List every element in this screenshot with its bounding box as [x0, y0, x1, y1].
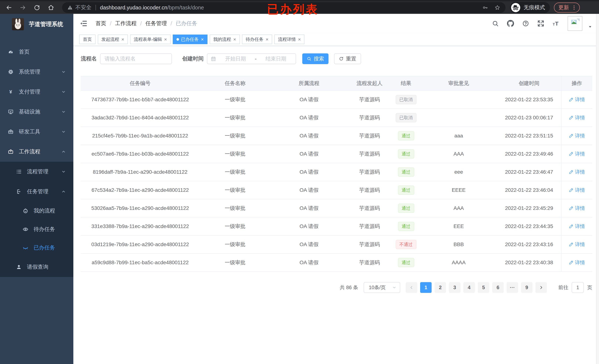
close-icon[interactable]: × — [233, 37, 236, 42]
tab-5[interactable]: 待办任务× — [242, 35, 272, 44]
back-icon[interactable] — [6, 4, 12, 11]
close-icon[interactable]: × — [201, 37, 204, 42]
close-icon[interactable]: × — [121, 37, 124, 42]
sidebar-item-label: 流程管理 — [27, 168, 48, 175]
cell: 一级审批 — [200, 199, 271, 217]
breadcrumb-item: 已办任务 — [176, 20, 197, 27]
tab-3[interactable]: 已办任务× — [173, 35, 207, 44]
cell: OA 请假 — [271, 236, 347, 253]
cell: 芋道源码 — [347, 127, 392, 145]
github-icon[interactable] — [507, 20, 514, 27]
tab-6[interactable]: 流程详情× — [274, 35, 305, 44]
cell: OA 请假 — [271, 109, 347, 127]
breadcrumb-item[interactable]: 首页 — [96, 20, 106, 27]
reload-icon[interactable] — [34, 4, 40, 11]
sidebar-collapse-icon[interactable] — [80, 20, 87, 27]
detail-link[interactable]: 详情 — [569, 241, 585, 248]
prev-page-button[interactable] — [406, 282, 417, 293]
page-button-1[interactable]: 1 — [420, 282, 432, 293]
cell: BBB — [420, 236, 497, 253]
sidebar-item-0[interactable]: 首页 — [0, 42, 73, 62]
cell: 一级审批 — [200, 236, 271, 253]
caret-down-icon[interactable] — [588, 25, 592, 29]
page-button-2[interactable]: 2 — [435, 282, 446, 293]
page-scrollbar[interactable] — [596, 14, 599, 364]
sidebar-item-7[interactable]: 任务管理 — [0, 182, 73, 202]
fullscreen-icon[interactable] — [537, 20, 544, 27]
warning-icon — [67, 5, 73, 10]
sidebar-item-label: 我的流程 — [34, 207, 55, 214]
result-tag: 通过 — [398, 149, 414, 159]
key-icon[interactable] — [482, 5, 488, 10]
date-range-picker[interactable]: 开始日期 - 结束日期 — [207, 53, 296, 64]
cell: OA 请假 — [271, 199, 347, 217]
sidebar-item-1[interactable]: 系统管理 — [0, 62, 73, 82]
breadcrumb-separator: / — [171, 20, 172, 27]
home-icon[interactable] — [48, 4, 54, 11]
url-path: /bpm/task/done — [167, 5, 204, 11]
detail-link[interactable]: 详情 — [569, 151, 585, 157]
cell: 一级审批 — [200, 91, 271, 108]
detail-link[interactable]: 详情 — [569, 259, 585, 266]
tab-1[interactable]: 发起流程× — [98, 35, 128, 44]
browser-update-button[interactable]: 更新 — [554, 3, 580, 13]
table-row: 331e3388-7b9a-11ec-a290-acde48001122一级审批… — [81, 217, 592, 236]
sidebar-item-8[interactable]: 我的流程 — [0, 202, 73, 220]
close-icon[interactable]: × — [298, 37, 301, 42]
tab-0[interactable]: 首页 — [79, 35, 96, 44]
detail-link[interactable]: 详情 — [569, 205, 585, 212]
process-name-input[interactable] — [100, 53, 172, 64]
briefcase-icon — [8, 149, 14, 155]
goto-page-input[interactable] — [572, 282, 584, 293]
sidebar-item-4[interactable]: 研发工具 — [0, 122, 73, 142]
breadcrumb-item[interactable]: 任务管理 — [145, 20, 167, 27]
detail-link[interactable]: 详情 — [569, 114, 585, 121]
sidebar-item-6[interactable]: 流程管理 — [0, 162, 73, 182]
detail-link[interactable]: 详情 — [569, 187, 585, 194]
sidebar-logo-row[interactable]: 芋道管理系统 — [0, 14, 73, 35]
tab-4[interactable]: 我的流程× — [210, 35, 240, 44]
search-button[interactable]: 搜索 — [302, 53, 328, 64]
page-button-5[interactable]: 5 — [478, 282, 489, 293]
cell: 2022-01-22 23:46:47 — [497, 163, 561, 181]
sidebar-item-2[interactable]: ¥支付管理 — [0, 82, 73, 102]
cell: AAA — [420, 145, 497, 163]
sidebar-item-5[interactable]: 工作流程 — [0, 142, 73, 162]
detail-link[interactable]: 详情 — [569, 96, 585, 103]
pager-ellipsis[interactable]: ··· — [507, 282, 518, 293]
search-icon[interactable] — [492, 20, 499, 27]
close-icon[interactable]: × — [266, 37, 268, 42]
reset-button[interactable]: 重置 — [334, 53, 361, 64]
detail-link[interactable]: 详情 — [569, 223, 585, 230]
forward-icon[interactable] — [20, 4, 26, 11]
cell: 2022-01-22 23:44:35 — [497, 217, 561, 235]
page-size-select[interactable]: 10条/页 — [364, 282, 400, 293]
detail-link[interactable]: 详情 — [569, 169, 585, 175]
page-button-3[interactable]: 3 — [449, 282, 460, 293]
browser-menu-icon[interactable] — [571, 5, 577, 10]
detail-link[interactable]: 详情 — [569, 133, 585, 139]
page-annotation: 已办列表 — [267, 1, 319, 17]
cell — [420, 109, 497, 127]
font-size-icon[interactable]: TT — [552, 20, 559, 27]
tab-label: 首页 — [83, 36, 92, 42]
help-icon[interactable] — [522, 20, 529, 27]
star-icon[interactable] — [494, 5, 500, 10]
sidebar-item-3[interactable]: 基础设施 — [0, 102, 73, 122]
breadcrumb-item[interactable]: 工作流程 — [115, 20, 137, 27]
edit-icon — [569, 242, 573, 247]
table-row: a59c9d88-7b99-11ec-ba5c-acde48001122一级审批… — [81, 254, 592, 272]
breadcrumb: 首页/工作流程/任务管理/已办任务 — [96, 20, 197, 27]
close-icon[interactable]: × — [164, 37, 167, 42]
page-button-4[interactable]: 4 — [463, 282, 475, 293]
sidebar-item-10[interactable]: 已办任务 — [0, 239, 73, 257]
page-button-6[interactable]: 6 — [492, 282, 504, 293]
sidebar-item-11[interactable]: 请假查询 — [0, 257, 73, 277]
page-button-9[interactable]: 9 — [521, 282, 532, 293]
tab-2[interactable]: 流程表单-编辑× — [130, 35, 171, 44]
next-page-button[interactable] — [536, 282, 547, 293]
sidebar-item-9[interactable]: 待办任务 — [0, 220, 73, 239]
avatar[interactable] — [568, 16, 582, 31]
cell: 一级审批 — [200, 217, 271, 235]
incognito-icon — [511, 3, 521, 13]
